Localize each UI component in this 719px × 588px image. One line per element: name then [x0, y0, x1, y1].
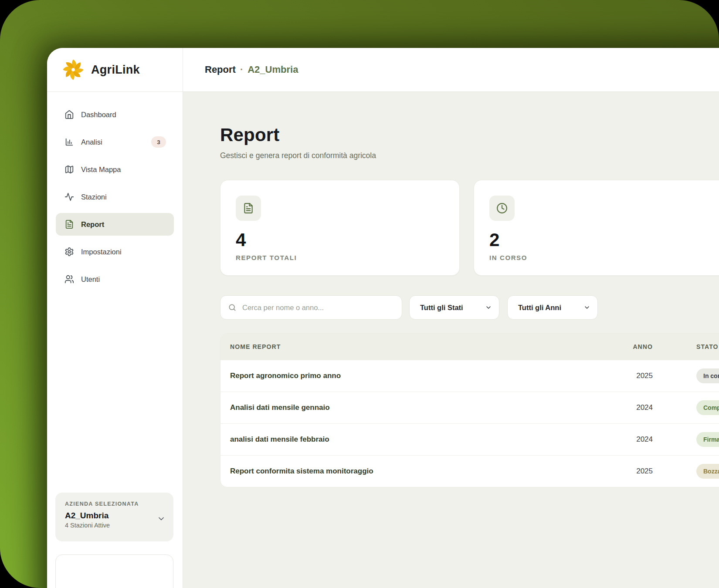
- chevron-down-icon: [157, 514, 166, 523]
- status-filter-value: Tutti gli Stati: [420, 304, 463, 312]
- status-filter-dropdown[interactable]: Tutti gli Stati: [409, 295, 499, 320]
- sidebar-nav: Dashboard Analisi 3 Vista Mappa: [47, 92, 183, 291]
- breadcrumb-section: Report: [205, 64, 236, 75]
- sidebar-item-label: Report: [81, 220, 104, 229]
- map-icon: [64, 165, 74, 174]
- status-badge: Firmato: [696, 432, 719, 447]
- report-year: 2024: [579, 435, 653, 444]
- breadcrumb-company: A2_Umbria: [248, 64, 298, 75]
- report-year: 2025: [579, 467, 653, 476]
- report-name: analisi dati mensile febbraio: [230, 435, 579, 444]
- sidebar-item-label: Vista Mappa: [81, 166, 121, 174]
- sidebar-item-label: Analisi: [81, 138, 102, 146]
- report-year: 2025: [579, 372, 653, 380]
- column-header-nome-report: NOME REPORT: [230, 343, 579, 350]
- search-input[interactable]: [220, 295, 402, 320]
- main-area: Report · A2_Umbria Report Gestisci e gen…: [183, 48, 719, 588]
- table-row[interactable]: Analisi dati mensile gennaio 2024 Comple…: [220, 392, 719, 423]
- sidebar-item-report[interactable]: Report: [56, 213, 174, 236]
- column-header-stato: STATO: [696, 343, 719, 350]
- sidebar-item-impostazioni[interactable]: Impostazioni: [56, 240, 174, 263]
- report-name: Report agronomico primo anno: [230, 372, 579, 380]
- sidebar-item-label: Dashboard: [81, 111, 116, 119]
- report-name: Analisi dati mensile gennaio: [230, 403, 579, 412]
- file-text-icon: [243, 203, 254, 214]
- content-area: Report Gestisci e genera report di confo…: [183, 92, 719, 588]
- activity-icon: [64, 192, 74, 202]
- chevron-down-icon: [485, 304, 492, 311]
- sidebar: AgriLink Dashboard Analisi 3: [47, 48, 183, 588]
- stat-card-in-corso: 2 IN CORSO: [474, 180, 719, 276]
- brand-name: AgriLink: [91, 63, 140, 77]
- report-year: 2024: [579, 403, 653, 412]
- stat-label: IN CORSO: [489, 254, 719, 261]
- sidebar-item-utenti[interactable]: Utenti: [56, 268, 174, 291]
- stat-value: 4: [236, 230, 459, 250]
- gear-icon: [64, 247, 74, 257]
- year-filter-dropdown[interactable]: Tutti gli Anni: [507, 295, 598, 320]
- analisi-count-badge: 3: [151, 136, 166, 148]
- sidebar-item-analisi[interactable]: Analisi 3: [56, 131, 174, 153]
- stat-value: 2: [489, 230, 719, 250]
- pinwheel-logo-icon: [61, 57, 85, 82]
- stat-card-report-totali: 4 REPORT TOTALI: [220, 180, 460, 276]
- company-selector[interactable]: AZIENDA SELEZIONATA A2_Umbria 4 Stazioni…: [55, 493, 173, 541]
- year-filter-value: Tutti gli Anni: [518, 304, 561, 312]
- company-name: A2_Umbria: [65, 511, 166, 520]
- table-row[interactable]: analisi dati mensile febbraio 2024 Firma…: [220, 423, 719, 455]
- report-table: NOME REPORT ANNO STATO Report agronomico…: [220, 333, 719, 487]
- table-row[interactable]: Report agronomico primo anno 2025 In cor…: [220, 360, 719, 392]
- sidebar-bottom-card: [55, 554, 173, 588]
- search-icon: [228, 303, 237, 312]
- brand-logo: AgriLink: [47, 48, 183, 92]
- bar-chart-icon: [64, 137, 74, 147]
- stat-label: REPORT TOTALI: [236, 254, 459, 261]
- filter-row: Tutti gli Stati Tutti gli Anni: [220, 295, 719, 320]
- home-icon: [64, 110, 74, 119]
- page-subtitle: Gestisci e genera report di conformità a…: [220, 151, 719, 160]
- sidebar-item-label: Impostazioni: [81, 248, 122, 256]
- table-row[interactable]: Report conformita sistema monitoraggio 2…: [220, 455, 719, 487]
- topbar: Report · A2_Umbria: [183, 48, 719, 92]
- sidebar-item-dashboard[interactable]: Dashboard: [56, 103, 174, 126]
- sidebar-item-vista-mappa[interactable]: Vista Mappa: [56, 158, 174, 181]
- status-badge: In corso: [696, 368, 719, 383]
- sidebar-item-label: Utenti: [81, 275, 100, 284]
- chevron-down-icon: [583, 304, 590, 311]
- file-text-icon: [64, 220, 74, 229]
- stats-row: 4 REPORT TOTALI 2 IN CORSO: [220, 180, 719, 276]
- breadcrumb-separator: ·: [240, 64, 243, 75]
- users-icon: [64, 274, 74, 284]
- table-header: NOME REPORT ANNO STATO: [220, 334, 719, 360]
- status-badge: Completato: [696, 400, 719, 415]
- column-header-anno: ANNO: [579, 343, 653, 350]
- sidebar-item-stazioni[interactable]: Stazioni: [56, 186, 174, 208]
- sidebar-item-label: Stazioni: [81, 193, 107, 201]
- app-window: AgriLink Dashboard Analisi 3: [47, 48, 719, 588]
- page-title: Report: [220, 125, 719, 145]
- search-box: [220, 295, 402, 320]
- clock-icon: [496, 203, 508, 214]
- status-badge: Bozza: [696, 464, 719, 479]
- company-selector-label: AZIENDA SELEZIONATA: [65, 501, 166, 507]
- company-status: 4 Stazioni Attive: [65, 522, 166, 529]
- report-name: Report conformita sistema monitoraggio: [230, 467, 579, 476]
